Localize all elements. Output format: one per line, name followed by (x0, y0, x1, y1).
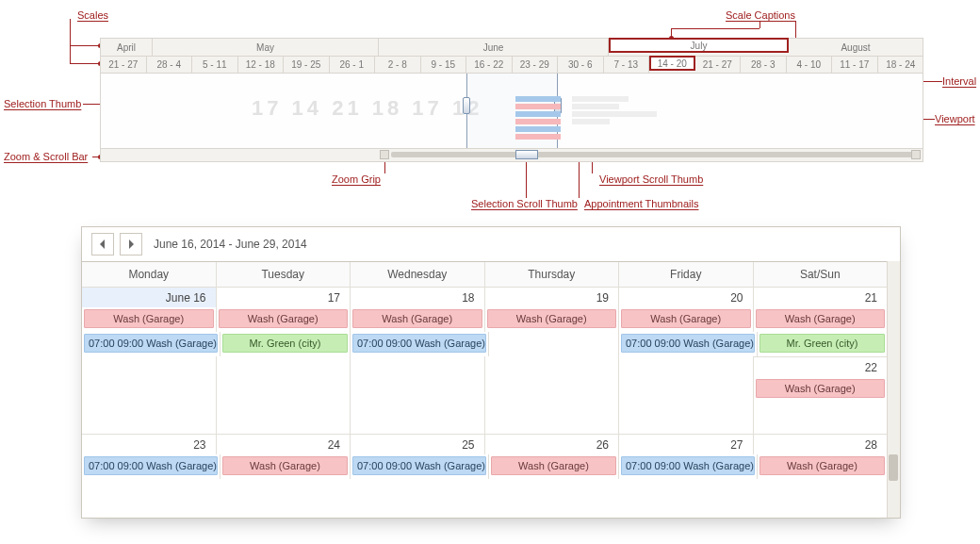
week-cell[interactable]: 28 - 4 (147, 57, 193, 73)
anno-appt-thumbs: Appointment Thumbnails (584, 198, 698, 209)
day-cell[interactable]: 27 (619, 434, 754, 454)
zoom-grip-left[interactable] (380, 150, 389, 159)
anno-scales: Scales (77, 9, 108, 21)
week-cell[interactable]: 11 - 17 (832, 57, 878, 73)
event-0700-wash[interactable]: 07:00 09:00 Wash (Garage) (84, 456, 218, 475)
calendar-toolbar: June 16, 2014 - June 29, 2014 (82, 227, 900, 261)
anno-viewport: Viewport (935, 113, 975, 124)
day-cell[interactable]: 21 (754, 287, 888, 307)
event-0700-wash[interactable]: 07:00 09:00 Wash (Garage) (621, 456, 755, 475)
event-0700-wash[interactable]: 07:00 09:00 Wash (Garage) (352, 334, 486, 353)
calendar-title: June 16, 2014 - June 29, 2014 (154, 238, 307, 251)
anno-scale-captions: Scale Captions (726, 9, 795, 21)
day-cell[interactable]: 22 (754, 356, 888, 377)
event-wash-garage[interactable]: Wash (Garage) (491, 456, 616, 475)
week-cell[interactable]: 30 - 6 (558, 57, 604, 73)
day-cell[interactable]: 20 (619, 287, 754, 307)
week-cell[interactable]: 5 - 11 (192, 57, 238, 73)
calendar-grid: Monday Tuesday Wednesday Thursday Friday… (82, 261, 887, 518)
day-cell[interactable]: 18 (351, 287, 485, 307)
anno-selection-scroll-thumb: Selection Scroll Thumb (471, 198, 578, 209)
event-wash-garage[interactable]: Wash (Garage) (222, 456, 348, 475)
week-cell[interactable]: 19 - 25 (284, 57, 330, 73)
event-wash-garage[interactable]: Wash (Garage) (756, 379, 886, 398)
day-header: Monday (82, 262, 217, 287)
week-scale: 21 - 27 28 - 4 5 - 11 12 - 18 19 - 25 26… (101, 56, 923, 73)
anno-zoom-scroll-bar: Zoom & Scroll Bar (4, 151, 88, 162)
month-april[interactable]: April (101, 39, 153, 56)
month-july[interactable]: July (609, 38, 789, 53)
week-cell-highlight[interactable]: 14 - 20 (649, 56, 695, 71)
event-wash-garage[interactable]: Wash (Garage) (219, 309, 349, 328)
event-wash-garage[interactable]: Wash (Garage) (487, 309, 617, 328)
day-cell[interactable]: June 16 (82, 287, 217, 307)
event-wash-garage[interactable]: Wash (Garage) (756, 309, 886, 328)
selection-thumb-left[interactable] (463, 97, 470, 114)
ghost-numbers: 17 14 21 18 17 12 (252, 96, 482, 121)
anno-selection-thumb: Selection Thumb (4, 98, 81, 109)
day-header: Sat/Sun (754, 262, 888, 287)
prev-button[interactable] (91, 233, 114, 256)
viewport-scroll-thumb[interactable] (391, 152, 919, 157)
calendar-scroll-thumb[interactable] (889, 454, 898, 481)
week-cell[interactable]: 28 - 3 (741, 57, 787, 73)
anno-viewport-scroll-thumb: Viewport Scroll Thumb (599, 173, 703, 185)
week-cell[interactable]: 18 - 24 (878, 57, 924, 73)
week-cell[interactable]: 4 - 10 (787, 57, 833, 73)
event-wash-garage[interactable]: Wash (Garage) (352, 309, 482, 328)
spacer-row (82, 402, 887, 434)
day-cell[interactable]: 17 (217, 287, 351, 307)
appt-thumb (515, 134, 561, 140)
event-row: 07:00 09:00 Wash (Garage) Wash (Garage) … (82, 454, 887, 479)
week-cell[interactable]: 21 - 27 (695, 57, 742, 73)
event-row: 07:00 09:00 Wash (Garage) Mr. Green (cit… (82, 332, 887, 356)
event-wash-garage[interactable]: Wash (Garage) (84, 309, 214, 328)
month-june[interactable]: June (379, 39, 609, 56)
week-cell[interactable]: 9 - 15 (421, 57, 467, 73)
week-cell[interactable]: 21 - 27 (101, 57, 147, 73)
event-0700-wash[interactable]: 07:00 09:00 Wash (Garage) (84, 334, 218, 353)
chevron-left-icon (99, 239, 106, 249)
next-button[interactable] (120, 233, 142, 256)
month-august[interactable]: August (789, 39, 923, 56)
week-cell[interactable]: 23 - 29 (513, 57, 559, 73)
chevron-right-icon (127, 239, 135, 249)
calendar-scrollbar[interactable] (887, 261, 900, 518)
appt-thumb (572, 111, 657, 117)
day-cell[interactable]: 24 (217, 434, 351, 454)
day-cell[interactable]: 19 (485, 287, 620, 307)
week-cell[interactable]: 16 - 22 (466, 57, 513, 73)
week-cell[interactable]: 2 - 8 (375, 57, 421, 73)
day-numbers-row: 22 (82, 356, 887, 377)
event-mr-green[interactable]: Mr. Green (city) (760, 334, 885, 353)
zoom-scroll-bar[interactable] (100, 149, 923, 162)
week-cell[interactable]: 12 - 18 (238, 57, 285, 73)
day-numbers-row: 23 24 25 26 27 28 (82, 434, 887, 454)
day-header: Thursday (485, 262, 620, 287)
day-header-row: Monday Tuesday Wednesday Thursday Friday… (82, 262, 887, 287)
zoom-grip-right[interactable] (911, 150, 921, 159)
event-row: Wash (Garage) (82, 377, 887, 402)
appt-thumb (515, 104, 561, 109)
event-0700-wash[interactable]: 07:00 09:00 Wash (Garage) (621, 334, 755, 353)
anno-zoom-grip: Zoom Grip (332, 173, 381, 185)
appt-thumb (572, 104, 619, 109)
day-cell[interactable]: 28 (754, 434, 888, 454)
appt-thumb (572, 96, 629, 102)
day-cell[interactable]: 25 (351, 434, 485, 454)
day-cell[interactable]: 23 (82, 434, 217, 454)
appt-thumb (515, 111, 561, 117)
week-cell[interactable]: 26 - 1 (330, 57, 376, 73)
week-cell[interactable]: 7 - 13 (604, 57, 650, 73)
selection-scroll-thumb[interactable] (515, 150, 538, 159)
day-header: Tuesday (217, 262, 351, 287)
day-cell[interactable]: 26 (485, 434, 620, 454)
event-wash-garage[interactable]: Wash (Garage) (760, 456, 885, 475)
event-wash-garage[interactable]: Wash (Garage) (621, 309, 751, 328)
calendar: June 16, 2014 - June 29, 2014 Monday Tue… (81, 226, 901, 519)
month-may[interactable]: May (153, 39, 379, 56)
day-header: Friday (619, 262, 754, 287)
event-mr-green[interactable]: Mr. Green (city) (222, 334, 348, 353)
viewport[interactable]: 17 14 21 18 17 12 (100, 74, 923, 149)
event-0700-wash[interactable]: 07:00 09:00 Wash (Garage) (352, 456, 486, 475)
